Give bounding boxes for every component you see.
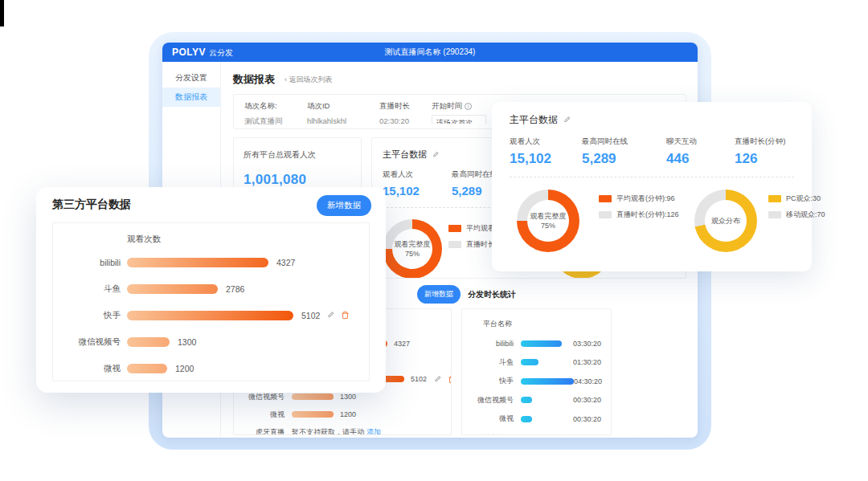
main-platform-stats: 观看人次 15,102最高同时在线 5,289聊天互动 446直播时长(分钟) … [510,137,794,167]
bar-value: 4327 [394,340,410,348]
donut-chart: 观看完整度75% [517,190,579,252]
legend-swatch [599,211,612,218]
legend-item: 直播时长(分钟):126 [599,210,687,220]
bar-row: 微视 1200 [240,406,444,423]
duration-row: 微信视频号 00:30:20 [472,429,601,436]
start-time-tooltip: 该场次首次 [432,115,486,124]
bar [521,378,574,385]
platform-label: 斗鱼 [53,283,121,295]
field-label: 场次名称: [244,101,307,112]
duration-value: 03:30:20 [562,340,601,348]
stat-value: 446 [666,151,735,167]
legend-item: 移动观众:70 [768,210,825,220]
bar-value: 1200 [340,410,356,418]
chart-panel: 观看次数 bilibili 4327斗鱼 2786快手 5102微信视频号 13… [52,222,370,381]
chart-legend: 平均观看(分钟):96 直播时长(分钟):126 [599,194,687,252]
bar [127,337,170,347]
duration-value: 00:30:20 [532,396,601,404]
bar-value: 5102 [411,375,427,383]
legend-swatch [448,225,461,232]
bar [521,397,532,403]
window-title: 测试直播间名称 (290234) [162,47,698,58]
stat-block: 直播时长(分钟) 126 [735,137,794,167]
main-platform-floating-card: 主平台数据 观看人次 15,102最高同时在线 5,289聊天互动 446直播时… [492,102,812,271]
third-party-floating-card: 第三方平台数据 新增数据 观看次数 bilibili 4327斗鱼 2786快手… [36,187,386,393]
bar-value: 2786 [226,284,244,294]
info-icon[interactable] [465,103,472,110]
unsupported-text: 暂不支持获取，请手动 [292,427,364,436]
bar [521,416,532,422]
session-field: 场次IDhlhlkahlskhl [307,101,379,124]
duration-row: bilibili 03:30:20 [472,334,601,353]
brand-text: POLYV [172,47,206,58]
legend-label: 平均观看(分钟):96 [616,194,675,204]
stat-label: 最高同时在线 [582,137,666,147]
donut-group: 观众分布 PC观众:30 移动观众:70 [694,190,825,252]
bar-row: 微信视频号 1300 [53,328,369,355]
donut-center-label: 观看完整度75% [517,190,579,252]
donut-charts-row: 观看完整度75% 平均观看(分钟):96 直播时长(分钟):126 观众分布 P… [510,190,794,252]
huya-row: 虎牙直播 暂不支持获取，请手动 添加 [240,423,444,435]
platform-label: 微信视频号 [472,395,514,406]
stat-label: 直播时长(分钟) [735,137,794,147]
platform-label: bilibili [53,258,121,267]
chart-column-header: 观看次数 [127,234,369,245]
legend-label: PC观众:30 [786,194,821,204]
main-platform-title: 主平台数据 [510,113,558,127]
platform-label: 微视 [53,363,121,374]
legend-label: 直播时长(分钟):126 [616,210,679,220]
delete-icon[interactable] [341,311,350,320]
duration-row: 微信视频号 00:30:20 [472,391,601,410]
screen-edge-artifact [0,0,4,26]
platform-label: 虎牙直播 [240,427,285,436]
legend-swatch [768,195,781,202]
add-data-button[interactable]: 新增数据 [417,285,461,304]
stat-block: 聊天互动 446 [666,137,735,167]
stat-value: 126 [735,151,794,167]
dashed-divider [510,177,794,177]
bar [127,364,167,373]
stat-label: 观看人次 [383,169,452,180]
bar [127,284,218,294]
bar-row: bilibili 4327 [53,249,369,275]
total-views-title: 所有平台总观看人次 [244,149,351,161]
platform-label: bilibili [472,340,514,348]
duration-value: 01:30:20 [538,358,601,366]
sidebar-item-distribution-settings[interactable]: 分发设置 [162,68,220,88]
field-label: 场次ID [307,101,379,112]
stat-value: 15,102 [383,184,452,198]
edit-icon[interactable] [563,116,571,124]
legend-swatch [599,195,612,202]
chart-legend: PC观众:30 移动观众:70 [768,194,825,252]
edit-icon[interactable] [432,151,440,159]
donut-chart: 观众分布 [694,190,757,252]
stat-value: 5,289 [582,151,666,167]
stat-value: 15,102 [510,151,582,167]
session-field: 直播时长02:30:20 [379,101,432,124]
bar-row: 微视 1200 [53,355,369,381]
donut-center-label: 观看完整度75% [383,219,442,279]
total-views-value: 1,001,080 [244,172,351,188]
add-manually-link[interactable]: 添加 [366,427,381,436]
delete-icon[interactable] [448,375,452,384]
bar-row: 斗鱼 2786 [53,275,369,302]
bar [521,340,562,347]
main-platform-title: 主平台数据 [383,149,427,161]
stat-block: 最高同时在线 5,289 [582,137,666,167]
platform-label: 斗鱼 [472,357,514,368]
bar [292,411,334,418]
stat-block: 观看人次 15,102 [510,137,582,167]
platform-column-header: 平台名称 [483,319,601,329]
edit-icon[interactable] [433,375,442,384]
legend-item: PC观众:30 [768,194,825,204]
platform-label: 快手 [472,376,514,386]
legend-swatch [448,241,461,248]
sidebar-item-data-report[interactable]: 数据报表 [162,88,220,107]
back-to-sessions-link[interactable]: ‹ 返回场次列表 [285,75,333,85]
platform-label: 快手 [53,310,121,321]
stat-block: 观看人次 15,102 [383,169,452,198]
bar [127,258,268,267]
add-data-button[interactable]: 新增数据 [317,195,371,216]
platform-label: 微视 [472,414,514,424]
edit-icon[interactable] [326,311,335,320]
